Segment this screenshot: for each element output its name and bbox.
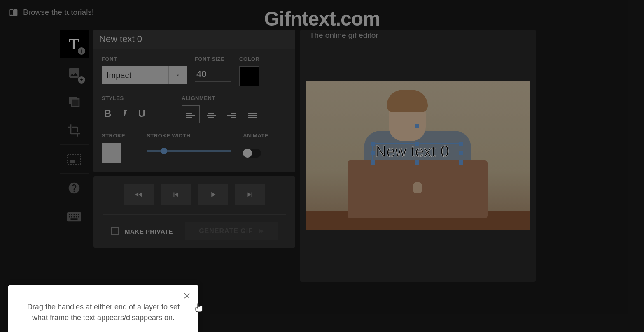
toggle-thumb — [243, 149, 252, 158]
svg-rect-5 — [69, 214, 70, 215]
svg-rect-3 — [70, 160, 75, 163]
align-center-button[interactable] — [202, 105, 220, 123]
resize-handle[interactable] — [459, 142, 463, 146]
add-badge-icon: + — [78, 47, 85, 55]
preview-hair — [387, 90, 428, 112]
align-justify-button[interactable] — [243, 105, 261, 123]
make-private-label: MAKE PRIVATE — [125, 228, 173, 235]
apple-logo-icon — [413, 182, 422, 193]
sidebar-layers[interactable] — [60, 87, 89, 116]
underline-button[interactable]: U — [138, 108, 145, 119]
resize-handle[interactable] — [371, 160, 375, 165]
resize-handle[interactable] — [371, 142, 375, 146]
controls-panel: MAKE PRIVATE GENERATE GIF — [93, 176, 295, 248]
resize-handle[interactable] — [459, 151, 463, 155]
onboarding-tooltip: Drag the handles at either end of a laye… — [8, 285, 198, 332]
checkbox-icon — [111, 227, 119, 235]
tutorials-link[interactable]: Browse the tutorials! — [8, 7, 94, 17]
svg-rect-11 — [71, 216, 72, 217]
fontsize-input[interactable] — [195, 66, 231, 82]
animate-label: ANIMATE — [243, 132, 268, 139]
stroke-width-slider[interactable] — [147, 150, 231, 152]
svg-rect-12 — [74, 216, 75, 217]
text-overlay[interactable]: New text 0 — [372, 143, 461, 163]
italic-button[interactable]: I — [123, 108, 126, 119]
site-tagline: The online gif editor — [264, 31, 380, 40]
close-icon[interactable] — [183, 292, 191, 300]
sidebar-add-text[interactable]: T + — [60, 30, 89, 58]
svg-rect-15 — [71, 218, 78, 220]
strokewidth-label: STROKE WIDTH — [147, 132, 231, 139]
svg-rect-6 — [71, 214, 72, 215]
svg-rect-7 — [74, 214, 75, 215]
generate-gif-button[interactable]: GENERATE GIF — [185, 222, 278, 240]
svg-rect-8 — [76, 214, 77, 215]
sidebar-resize[interactable] — [60, 145, 89, 174]
color-swatch[interactable] — [239, 66, 259, 86]
alignment-label: ALIGNMENT — [182, 95, 261, 101]
font-select-value: Impact — [102, 71, 168, 80]
chevron-right-icon — [257, 228, 264, 235]
color-label: COLOR — [239, 56, 259, 62]
resize-icon — [67, 154, 81, 165]
sidebar: T + + — [60, 30, 89, 282]
animate-toggle[interactable] — [243, 149, 261, 158]
svg-rect-1 — [71, 99, 79, 107]
gif-preview[interactable]: New text 0 — [306, 81, 530, 230]
sidebar-crop[interactable] — [60, 116, 89, 145]
tooltip-text: Drag the handles at either end of a laye… — [21, 302, 186, 323]
generate-label: GENERATE GIF — [199, 228, 253, 235]
tutorials-link-label: Browse the tutorials! — [23, 8, 94, 17]
fontsize-label: FONT SIZE — [195, 56, 231, 62]
svg-rect-9 — [78, 214, 79, 215]
sidebar-keyboard[interactable] — [60, 202, 89, 231]
stroke-swatch[interactable] — [102, 143, 121, 163]
resize-handle[interactable] — [459, 160, 463, 165]
resize-handle[interactable] — [415, 160, 419, 165]
layers-icon — [68, 95, 81, 108]
chevron-down-icon — [168, 66, 187, 84]
bold-button[interactable]: B — [104, 108, 111, 119]
make-private-checkbox[interactable]: MAKE PRIVATE — [111, 227, 173, 235]
sidebar-help[interactable] — [60, 174, 89, 202]
keyboard-icon — [67, 212, 81, 222]
site-title: Gifntext.com — [264, 7, 380, 30]
rotate-handle[interactable] — [415, 124, 419, 128]
styles-label: STYLES — [102, 95, 148, 101]
play-button[interactable] — [198, 184, 228, 205]
add-badge-icon: + — [78, 76, 85, 84]
rewind-button[interactable] — [124, 184, 154, 205]
align-right-button[interactable] — [223, 105, 241, 123]
resize-handle[interactable] — [371, 151, 375, 155]
text-properties-panel: New text 0 FONT Impact FONT SIZE — [93, 30, 295, 172]
font-select[interactable]: Impact — [102, 66, 187, 84]
svg-rect-14 — [78, 216, 79, 217]
svg-rect-10 — [69, 216, 70, 217]
align-left-button[interactable] — [182, 105, 200, 123]
overlay-text: New text 0 — [375, 143, 449, 160]
resize-handle[interactable] — [415, 142, 419, 146]
crop-icon — [68, 124, 81, 137]
slider-thumb[interactable] — [161, 148, 167, 154]
font-label: FONT — [102, 56, 187, 62]
canvas-panel: New text 0 — [300, 30, 536, 282]
prev-frame-button[interactable] — [161, 184, 191, 205]
stroke-label: STROKE — [102, 132, 125, 139]
sidebar-add-image[interactable]: + — [60, 58, 89, 87]
svg-rect-13 — [76, 216, 77, 217]
book-icon — [8, 7, 18, 17]
cursor-icon — [195, 303, 203, 312]
help-icon — [68, 181, 81, 195]
next-frame-button[interactable] — [235, 184, 265, 205]
